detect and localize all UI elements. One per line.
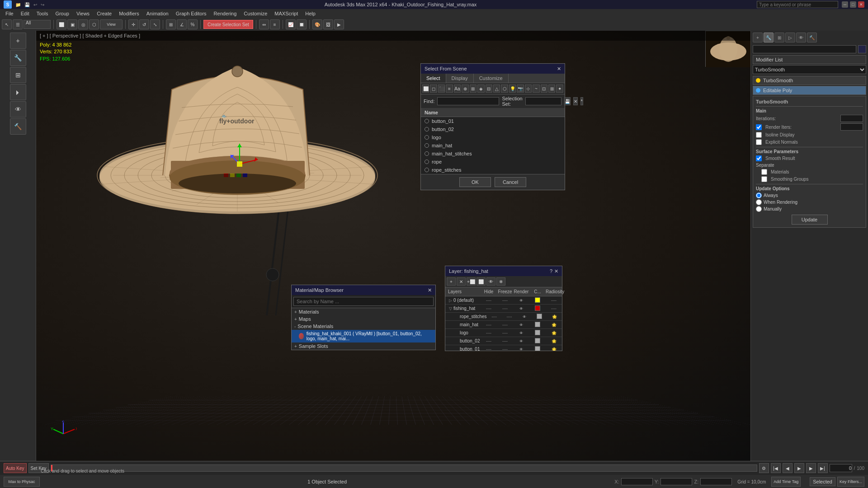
modifier-turbosmooh[interactable]: TurboSmooth <box>753 76 866 85</box>
groups-btn[interactable]: ⊡ <box>541 84 547 93</box>
main-viewport[interactable]: fly+outdoor 🐟 <box>36 31 750 461</box>
layer-row-button01[interactable]: button_01 ---- ---- 👁 🌟 <box>445 345 562 351</box>
max-physac-btn[interactable]: Max to Physac <box>4 477 40 487</box>
select-by-name[interactable]: ☰ <box>13 19 23 29</box>
select-subtree-btn[interactable]: ⊕ <box>462 84 468 93</box>
view-dropdown[interactable]: View <box>100 19 123 29</box>
time-config-btn[interactable]: ⚙ <box>759 463 769 473</box>
shapes-btn[interactable]: ⬡ <box>501 84 508 93</box>
menu-file[interactable]: File <box>2 9 17 18</box>
layer-new-btn[interactable]: + <box>447 277 456 286</box>
modify-panel-btn[interactable]: 🔧 <box>10 50 26 66</box>
select-from-scene-close[interactable]: ✕ <box>557 66 561 72</box>
close-btn[interactable]: ✕ <box>858 1 864 8</box>
select-all-btn[interactable]: ⬜ <box>422 84 429 93</box>
key-filters-btn[interactable]: Key Filters... <box>837 477 864 487</box>
xrefs-btn[interactable]: ⊞ <box>548 84 555 93</box>
auto-key-btn[interactable]: Auto Key <box>4 463 27 473</box>
timeline-bar[interactable] <box>51 465 757 472</box>
menu-animation[interactable]: Animation <box>143 9 172 18</box>
menu-views[interactable]: Views <box>73 9 93 18</box>
cancel-button[interactable]: Cancel <box>495 177 526 187</box>
select-none-btn[interactable]: ◻ <box>430 84 437 93</box>
create-selection-set-btn[interactable]: Create Selection Set <box>203 20 253 29</box>
bones-btn[interactable]: ✦ <box>556 84 563 93</box>
scene-item-main-hat[interactable]: main_hat <box>421 141 565 150</box>
highlight-btn[interactable]: * <box>580 97 583 105</box>
isoline-checkbox[interactable] <box>756 132 762 138</box>
minimize-btn[interactable]: ─ <box>842 1 848 8</box>
geometry-btn[interactable]: △ <box>493 84 500 93</box>
select-tool[interactable]: ↖ <box>2 19 12 29</box>
menu-customize[interactable]: Customize <box>240 9 271 18</box>
prev-key-btn[interactable]: ◀ <box>783 463 793 473</box>
render-iters-checkbox[interactable] <box>756 124 762 130</box>
z-coord-input[interactable]: 0,000 <box>700 478 732 485</box>
graph-editor[interactable]: 📈 <box>286 19 296 29</box>
materials-section[interactable]: + Materials <box>292 308 435 315</box>
maximize-btn[interactable]: □ <box>850 1 856 8</box>
material-editor[interactable]: 🎨 <box>312 19 322 29</box>
layer-row-default[interactable]: ▷ 0 (default) ---- ---- 👁 ---- <box>445 296 562 305</box>
layer-freeze-all-btn[interactable]: ❄ <box>496 277 505 286</box>
delete-set-btn[interactable]: ✕ <box>573 97 578 105</box>
percent-snap[interactable]: % <box>188 19 198 29</box>
tab-customize[interactable]: Customize <box>474 74 509 83</box>
when-rendering-radio[interactable] <box>756 199 762 205</box>
cameras-btn[interactable]: 📷 <box>517 84 524 93</box>
scene-material-item[interactable]: fishing_hat_khaki_001 ( VRayMtl ) [butto… <box>292 330 435 343</box>
schematic-view[interactable]: 🔲 <box>297 19 307 29</box>
object-name-input[interactable]: main_hat <box>753 45 856 53</box>
x-coord-input[interactable]: 1216,191 <box>621 478 653 485</box>
fence-select[interactable]: ⬡ <box>89 19 99 29</box>
select-filter-dropdown[interactable]: All <box>24 20 51 29</box>
rotate-tool[interactable]: ↺ <box>139 19 149 29</box>
iterations-input[interactable]: 0 <box>840 115 863 122</box>
select-dependents-btn[interactable]: ⊞ <box>470 84 476 93</box>
render-iters-input[interactable]: 2 <box>840 123 863 131</box>
maps-section[interactable]: + Maps <box>292 315 435 323</box>
display-panel-btn[interactable]: 👁 <box>10 101 26 117</box>
display-panel-icon[interactable]: 👁 <box>796 33 806 42</box>
layer-select-btn[interactable]: ⬜ <box>476 277 486 286</box>
save-set-btn[interactable]: 💾 <box>564 97 571 105</box>
layer-delete-btn[interactable]: ✕ <box>457 277 466 286</box>
layer-row-rope-stitches[interactable]: rope_stitches ---- ---- 👁 🌟 <box>445 313 562 321</box>
modifier-editable-poly[interactable]: Editable Poly <box>753 86 866 95</box>
y-coord-input[interactable]: 1175,519 <box>660 478 692 485</box>
update-button[interactable]: Update <box>792 215 828 225</box>
scene-item-rope-stitches[interactable]: rope_stitches <box>421 166 565 174</box>
scene-item-main-hat-stitches[interactable]: main_hat_stitches <box>421 150 565 158</box>
modifier-dropdown[interactable]: TurboSmooth Editable Poly <box>753 65 866 74</box>
lights-btn[interactable]: 💡 <box>509 84 516 93</box>
find-input[interactable] <box>437 97 499 105</box>
smooth-result-checkbox[interactable] <box>756 155 762 161</box>
tab-select[interactable]: Select <box>421 74 446 83</box>
utilities-panel-icon[interactable]: 🔨 <box>807 33 817 42</box>
scene-materials-section[interactable]: - Scene Materials <box>292 323 435 330</box>
scene-item-rope[interactable]: rope <box>421 158 565 166</box>
scene-item-button02[interactable]: button_02 <box>421 125 565 133</box>
layer-close-btn[interactable]: ✕ <box>554 268 558 274</box>
menu-modifiers[interactable]: Modifiers <box>115 9 143 18</box>
mirror-tool[interactable]: ⇔ <box>259 19 269 29</box>
quick-render[interactable]: ▶ <box>334 19 344 29</box>
ok-button[interactable]: OK <box>459 177 491 187</box>
material-browser-close[interactable]: ✕ <box>428 287 432 293</box>
motion-panel-icon[interactable]: ▷ <box>785 33 795 42</box>
motion-panel-btn[interactable]: ⏵ <box>10 84 26 100</box>
manually-radio[interactable] <box>756 206 762 212</box>
smoothing-groups-checkbox[interactable] <box>761 176 767 182</box>
scene-item-logo[interactable]: logo <box>421 133 565 141</box>
selection-set-input[interactable] <box>525 97 561 105</box>
layer-add-selection-btn[interactable]: +⬜ <box>467 277 476 286</box>
menu-help[interactable]: Help <box>302 9 319 18</box>
move-tool[interactable]: ✛ <box>128 19 138 29</box>
object-color-swatch[interactable] <box>858 45 866 53</box>
always-radio[interactable] <box>756 192 762 198</box>
sample-slots-section[interactable]: + Sample Slots <box>292 343 435 350</box>
rectangular-select[interactable]: ▣ <box>67 19 77 29</box>
layer-row-logo[interactable]: logo ---- ---- 👁 🌟 <box>445 329 562 337</box>
select-object[interactable]: ⬜ <box>57 19 66 29</box>
layer-hide-all-btn[interactable]: 👁 <box>486 277 495 286</box>
